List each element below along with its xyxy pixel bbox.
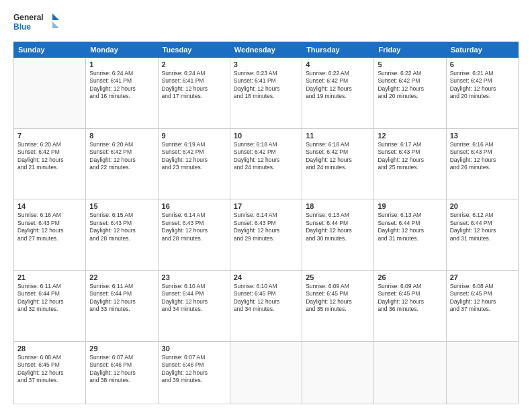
day-number: 12: [378, 132, 442, 140]
day-info: Sunrise: 6:20 AMSunset: 6:42 PMDaylight:…: [17, 141, 82, 172]
day-number: 20: [450, 202, 515, 210]
day-info: Sunrise: 6:09 AMSunset: 6:45 PMDaylight:…: [306, 283, 370, 314]
calendar-cell: 2Sunrise: 6:24 AMSunset: 6:41 PMDaylight…: [158, 58, 230, 129]
day-info: Sunrise: 6:09 AMSunset: 6:45 PMDaylight:…: [378, 283, 442, 314]
day-number: 11: [306, 132, 370, 140]
calendar-cell: 30Sunrise: 6:07 AMSunset: 6:46 PMDayligh…: [158, 341, 230, 404]
day-info: Sunrise: 6:15 AMSunset: 6:43 PMDaylight:…: [89, 212, 154, 242]
calendar-cell: 5Sunrise: 6:22 AMSunset: 6:42 PMDaylight…: [374, 58, 446, 129]
calendar-week-row: 21Sunrise: 6:11 AMSunset: 6:44 PMDayligh…: [14, 271, 519, 342]
day-info: Sunrise: 6:22 AMSunset: 6:42 PMDaylight:…: [306, 70, 370, 101]
svg-marker-2: [52, 13, 59, 20]
day-number: 2: [162, 60, 226, 68]
day-number: 8: [89, 132, 154, 140]
day-number: 5: [378, 60, 442, 68]
calendar-cell: 10Sunrise: 6:18 AMSunset: 6:42 PMDayligh…: [230, 128, 302, 199]
calendar-cell: 19Sunrise: 6:13 AMSunset: 6:44 PMDayligh…: [374, 199, 446, 271]
calendar-cell: 18Sunrise: 6:13 AMSunset: 6:44 PMDayligh…: [302, 199, 374, 271]
day-info: Sunrise: 6:24 AMSunset: 6:41 PMDaylight:…: [162, 70, 226, 101]
day-info: Sunrise: 6:13 AMSunset: 6:44 PMDaylight:…: [306, 212, 370, 242]
day-info: Sunrise: 6:20 AMSunset: 6:42 PMDaylight:…: [89, 141, 154, 172]
day-number: 13: [450, 132, 515, 140]
col-header-friday: Friday: [374, 42, 446, 58]
calendar-cell: 13Sunrise: 6:16 AMSunset: 6:43 PMDayligh…: [446, 128, 518, 199]
day-number: 16: [162, 202, 226, 210]
col-header-saturday: Saturday: [446, 42, 518, 58]
day-info: Sunrise: 6:16 AMSunset: 6:43 PMDaylight:…: [450, 141, 515, 172]
calendar-cell: 27Sunrise: 6:08 AMSunset: 6:45 PMDayligh…: [446, 271, 518, 342]
calendar-cell: [302, 341, 374, 404]
calendar-cell: 25Sunrise: 6:09 AMSunset: 6:45 PMDayligh…: [302, 271, 374, 342]
calendar-header-row: SundayMondayTuesdayWednesdayThursdayFrid…: [14, 42, 519, 58]
calendar-cell: 14Sunrise: 6:16 AMSunset: 6:43 PMDayligh…: [14, 199, 86, 271]
calendar-table: SundayMondayTuesdayWednesdayThursdayFrid…: [13, 42, 519, 404]
logo-svg: General Blue: [13, 11, 60, 35]
calendar-cell: 4Sunrise: 6:22 AMSunset: 6:42 PMDaylight…: [302, 58, 374, 129]
day-number: 19: [378, 202, 442, 210]
day-info: Sunrise: 6:16 AMSunset: 6:43 PMDaylight:…: [17, 212, 82, 242]
calendar-cell: 15Sunrise: 6:15 AMSunset: 6:43 PMDayligh…: [86, 199, 158, 271]
day-info: Sunrise: 6:08 AMSunset: 6:45 PMDaylight:…: [17, 354, 82, 385]
calendar-week-row: 14Sunrise: 6:16 AMSunset: 6:43 PMDayligh…: [14, 199, 519, 271]
day-number: 18: [306, 202, 370, 210]
day-number: 30: [162, 345, 226, 353]
page: General Blue SundayMondayTuesdayWednesda…: [0, 0, 532, 411]
calendar-cell: 12Sunrise: 6:17 AMSunset: 6:43 PMDayligh…: [374, 128, 446, 199]
svg-text:Blue: Blue: [13, 22, 31, 32]
calendar-cell: 6Sunrise: 6:21 AMSunset: 6:42 PMDaylight…: [446, 58, 518, 129]
logo: General Blue: [13, 11, 60, 35]
day-info: Sunrise: 6:18 AMSunset: 6:42 PMDaylight:…: [234, 141, 298, 172]
day-info: Sunrise: 6:10 AMSunset: 6:44 PMDaylight:…: [162, 283, 226, 314]
header: General Blue: [13, 11, 519, 35]
day-number: 24: [234, 273, 298, 281]
calendar-cell: 26Sunrise: 6:09 AMSunset: 6:45 PMDayligh…: [374, 271, 446, 342]
calendar-cell: [374, 341, 446, 404]
day-info: Sunrise: 6:21 AMSunset: 6:42 PMDaylight:…: [450, 70, 515, 101]
day-number: 10: [234, 132, 298, 140]
calendar-week-row: 28Sunrise: 6:08 AMSunset: 6:45 PMDayligh…: [14, 341, 519, 404]
day-number: 22: [89, 273, 154, 281]
calendar-cell: 20Sunrise: 6:12 AMSunset: 6:44 PMDayligh…: [446, 199, 518, 271]
day-number: 29: [89, 345, 154, 353]
calendar-week-row: 1Sunrise: 6:24 AMSunset: 6:41 PMDaylight…: [14, 58, 519, 129]
calendar-cell: [14, 58, 86, 129]
day-info: Sunrise: 6:11 AMSunset: 6:44 PMDaylight:…: [17, 283, 82, 314]
day-info: Sunrise: 6:13 AMSunset: 6:44 PMDaylight:…: [378, 212, 442, 242]
calendar-cell: 21Sunrise: 6:11 AMSunset: 6:44 PMDayligh…: [14, 271, 86, 342]
calendar-cell: 3Sunrise: 6:23 AMSunset: 6:41 PMDaylight…: [230, 58, 302, 129]
calendar-cell: 24Sunrise: 6:10 AMSunset: 6:45 PMDayligh…: [230, 271, 302, 342]
day-number: 3: [234, 60, 298, 68]
day-info: Sunrise: 6:10 AMSunset: 6:45 PMDaylight:…: [234, 283, 298, 314]
day-info: Sunrise: 6:24 AMSunset: 6:41 PMDaylight:…: [89, 70, 154, 101]
calendar-cell: [446, 341, 518, 404]
day-info: Sunrise: 6:07 AMSunset: 6:46 PMDaylight:…: [162, 354, 226, 385]
day-info: Sunrise: 6:11 AMSunset: 6:44 PMDaylight:…: [89, 283, 154, 314]
day-info: Sunrise: 6:14 AMSunset: 6:43 PMDaylight:…: [162, 212, 226, 242]
day-number: 9: [162, 132, 226, 140]
calendar-cell: 7Sunrise: 6:20 AMSunset: 6:42 PMDaylight…: [14, 128, 86, 199]
day-number: 21: [17, 273, 82, 281]
calendar-cell: 28Sunrise: 6:08 AMSunset: 6:45 PMDayligh…: [14, 341, 86, 404]
day-info: Sunrise: 6:12 AMSunset: 6:44 PMDaylight:…: [450, 212, 515, 242]
calendar-cell: 23Sunrise: 6:10 AMSunset: 6:44 PMDayligh…: [158, 271, 230, 342]
col-header-sunday: Sunday: [14, 42, 86, 58]
day-number: 15: [89, 202, 154, 210]
svg-text:General: General: [13, 13, 44, 22]
day-info: Sunrise: 6:23 AMSunset: 6:41 PMDaylight:…: [234, 70, 298, 101]
calendar-cell: 9Sunrise: 6:19 AMSunset: 6:42 PMDaylight…: [158, 128, 230, 199]
calendar-cell: 16Sunrise: 6:14 AMSunset: 6:43 PMDayligh…: [158, 199, 230, 271]
calendar-cell: 17Sunrise: 6:14 AMSunset: 6:43 PMDayligh…: [230, 199, 302, 271]
calendar-week-row: 7Sunrise: 6:20 AMSunset: 6:42 PMDaylight…: [14, 128, 519, 199]
col-header-wednesday: Wednesday: [230, 42, 302, 58]
day-info: Sunrise: 6:14 AMSunset: 6:43 PMDaylight:…: [234, 212, 298, 242]
calendar-cell: 29Sunrise: 6:07 AMSunset: 6:46 PMDayligh…: [86, 341, 158, 404]
day-number: 1: [89, 60, 154, 68]
col-header-monday: Monday: [86, 42, 158, 58]
col-header-tuesday: Tuesday: [158, 42, 230, 58]
day-number: 17: [234, 202, 298, 210]
calendar-cell: 22Sunrise: 6:11 AMSunset: 6:44 PMDayligh…: [86, 271, 158, 342]
day-info: Sunrise: 6:08 AMSunset: 6:45 PMDaylight:…: [450, 283, 515, 314]
svg-marker-3: [52, 21, 59, 28]
day-number: 28: [17, 345, 82, 353]
calendar-cell: 1Sunrise: 6:24 AMSunset: 6:41 PMDaylight…: [86, 58, 158, 129]
